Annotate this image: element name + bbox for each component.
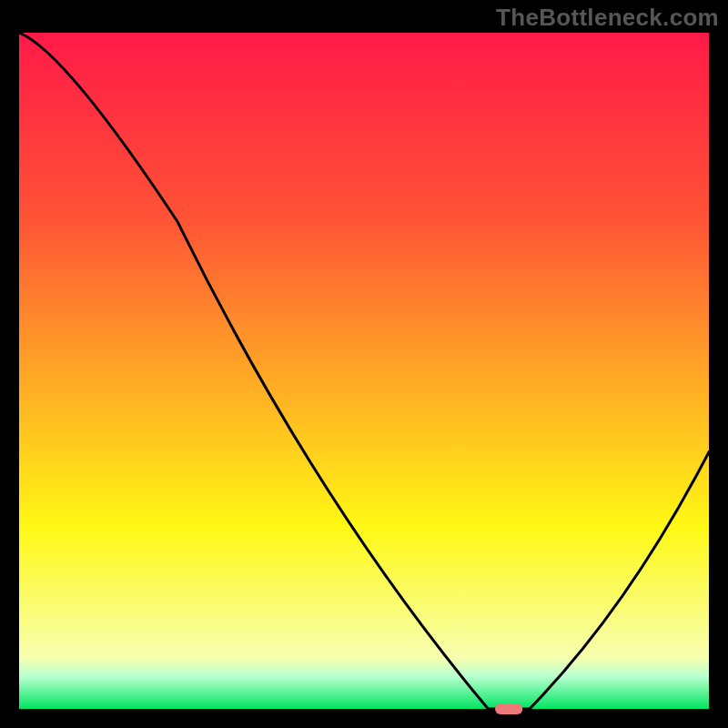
watermark-text: TheBottleneck.com: [496, 4, 719, 32]
chart-frame: { "watermark": "TheBottleneck.com", "plo…: [0, 0, 728, 728]
bottleneck-chart: [0, 0, 728, 728]
heat-gradient-area: [19, 33, 709, 709]
optimal-marker: [495, 703, 522, 714]
